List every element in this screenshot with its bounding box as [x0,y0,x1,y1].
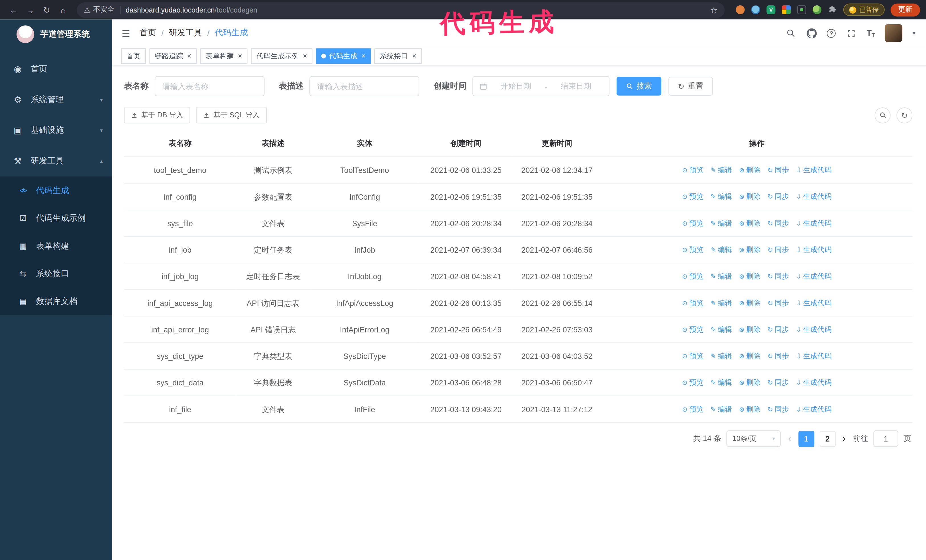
sidebar-item-form-builder[interactable]: ▦ 表单构建 [0,232,112,260]
sidebar-item-codegen[interactable]: </> 代码生成 [0,177,112,204]
reload-icon[interactable]: ↻ [39,2,54,17]
action-preview[interactable]: ⊙预览 [682,164,704,177]
action-generate-code[interactable]: ⇩生成代码 [796,164,832,177]
action-preview[interactable]: ⊙预览 [682,270,704,283]
user-avatar[interactable] [885,24,903,42]
action-delete[interactable]: ⊗删除 [739,244,761,257]
action-sync[interactable]: ↻同步 [767,217,789,230]
action-preview[interactable]: ⊙预览 [682,350,704,362]
extensions-puzzle-icon[interactable] [828,5,837,14]
extension-icon-1[interactable] [736,5,745,14]
import-sql-button[interactable]: 基于 SQL 导入 [196,107,267,123]
action-sync[interactable]: ↻同步 [767,377,789,389]
action-edit[interactable]: ✎编辑 [711,190,732,203]
action-sync[interactable]: ↻同步 [767,190,789,203]
sidebar-item-system-api[interactable]: ⇆ 系统接口 [0,260,112,287]
action-generate-code[interactable]: ⇩生成代码 [796,350,832,362]
action-generate-code[interactable]: ⇩生成代码 [796,324,832,336]
action-delete[interactable]: ⊗删除 [739,190,761,203]
action-delete[interactable]: ⊗删除 [739,377,761,389]
font-size-icon[interactable]: TT [867,28,875,38]
forward-icon[interactable]: → [23,2,38,17]
action-delete[interactable]: ⊗删除 [739,270,761,283]
security-label[interactable]: 不安全 [93,5,115,15]
extension-icon-2[interactable] [751,5,760,14]
action-preview[interactable]: ⊙预览 [682,190,704,203]
show-search-toggle-button[interactable] [875,107,891,123]
action-sync[interactable]: ↻同步 [767,324,789,336]
tab[interactable]: 代码生成示例× [251,48,313,64]
action-edit[interactable]: ✎编辑 [711,217,732,230]
address-bar[interactable]: ⚠ 不安全 dashboard.yudao.iocoder.cn/tool/co… [77,2,725,17]
tab[interactable]: 系统接口× [374,48,422,64]
browser-update-button[interactable]: 更新 [891,3,920,16]
profile-paused-badge[interactable]: 已暂停 [843,3,885,16]
action-preview[interactable]: ⊙预览 [682,244,704,257]
action-edit[interactable]: ✎编辑 [711,350,732,362]
action-generate-code[interactable]: ⇩生成代码 [796,377,832,389]
tab-close-icon[interactable]: × [303,53,307,60]
sidebar-logo[interactable]: 芋道管理系统 [0,20,112,49]
tab[interactable]: 首页 [121,48,146,64]
sidebar-item-codegen-example[interactable]: ☑ 代码生成示例 [0,204,112,232]
table-desc-input[interactable] [309,76,419,96]
tab[interactable]: 表单构建× [200,48,248,64]
action-delete[interactable]: ⊗删除 [739,403,761,416]
avatar-caret-icon[interactable]: ▾ [912,30,915,36]
import-db-button[interactable]: 基于 DB 导入 [124,107,190,123]
sidebar-item-dev-tools[interactable]: ⚒ 研发工具 ▴ [0,146,112,177]
action-edit[interactable]: ✎编辑 [711,377,732,389]
action-preview[interactable]: ⊙预览 [682,377,704,389]
action-preview[interactable]: ⊙预览 [682,297,704,309]
extension-icon-5[interactable] [813,5,822,14]
prev-page-button[interactable]: ‹ [786,434,793,443]
action-sync[interactable]: ↻同步 [767,270,789,283]
action-edit[interactable]: ✎编辑 [711,164,732,177]
action-sync[interactable]: ↻同步 [767,164,789,177]
action-generate-code[interactable]: ⇩生成代码 [796,297,832,309]
action-sync[interactable]: ↻同步 [767,244,789,257]
create-time-range-picker[interactable]: 开始日期 - 结束日期 [472,76,610,96]
action-generate-code[interactable]: ⇩生成代码 [796,217,832,230]
action-delete[interactable]: ⊗删除 [739,217,761,230]
action-preview[interactable]: ⊙预览 [682,217,704,230]
action-edit[interactable]: ✎编辑 [711,244,732,257]
action-generate-code[interactable]: ⇩生成代码 [796,190,832,203]
action-edit[interactable]: ✎编辑 [711,403,732,416]
next-page-button[interactable]: › [841,434,847,443]
action-sync[interactable]: ↻同步 [767,297,789,309]
action-generate-code[interactable]: ⇩生成代码 [796,244,832,257]
action-delete[interactable]: ⊗删除 [739,324,761,336]
action-generate-code[interactable]: ⇩生成代码 [796,403,832,416]
action-edit[interactable]: ✎编辑 [711,270,732,283]
sidebar-item-system-management[interactable]: ⚙ 系统管理 ▾ [0,84,112,115]
breadcrumb-home[interactable]: 首页 [139,28,156,38]
action-preview[interactable]: ⊙预览 [682,403,704,416]
tab-close-icon[interactable]: × [362,53,366,60]
vue-devtools-icon[interactable]: V [766,5,775,14]
action-sync[interactable]: ↻同步 [767,403,789,416]
tab-close-icon[interactable]: × [238,53,242,60]
sidebar-item-db-docs[interactable]: ▤ 数据库文档 [0,287,112,315]
tab[interactable]: 链路追踪× [149,48,197,64]
github-icon[interactable] [806,28,817,38]
search-button[interactable]: 搜索 [617,77,661,95]
extension-icon-3[interactable] [782,5,791,14]
breadcrumb-dev-tools[interactable]: 研发工具 [169,28,202,38]
action-generate-code[interactable]: ⇩生成代码 [796,270,832,283]
reset-button[interactable]: ↻ 重置 [669,77,713,95]
fullscreen-icon[interactable] [846,28,856,38]
action-edit[interactable]: ✎编辑 [711,297,732,309]
action-preview[interactable]: ⊙预览 [682,324,704,336]
action-delete[interactable]: ⊗删除 [739,350,761,362]
sidebar-item-infrastructure[interactable]: ▣ 基础设施 ▾ [0,115,112,146]
help-icon[interactable]: ? [827,29,836,38]
search-icon[interactable] [786,28,796,38]
action-delete[interactable]: ⊗删除 [739,164,761,177]
page-number-2[interactable]: 2 [819,431,835,447]
date-end-placeholder[interactable]: 结束日期 [549,81,602,91]
tab[interactable]: 代码生成× [316,48,371,64]
page-number-1[interactable]: 1 [798,431,814,447]
breadcrumb-codegen[interactable]: 代码生成 [215,28,248,38]
back-icon[interactable]: ← [6,2,21,17]
